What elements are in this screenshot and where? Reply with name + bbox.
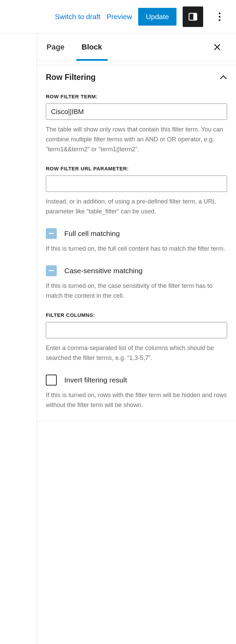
toggle-label: Case-sensitive matching bbox=[64, 267, 143, 275]
switch-to-draft-link[interactable]: Switch to draft bbox=[55, 13, 101, 21]
svg-rect-2 bbox=[194, 13, 197, 20]
full-cell-matching-field: Full cell matching If this is turned on,… bbox=[46, 228, 227, 254]
close-sidebar-button[interactable] bbox=[213, 43, 227, 51]
row-filter-url-param-input[interactable] bbox=[46, 176, 227, 192]
invert-filtering-checkbox[interactable] bbox=[46, 375, 57, 386]
svg-point-5 bbox=[219, 19, 221, 21]
kebab-icon bbox=[219, 12, 221, 22]
toggle-label: Full cell matching bbox=[64, 229, 120, 238]
helper-text: If this is turned on, rows with the filt… bbox=[46, 390, 227, 410]
row-filter-term-field: ROW FILTER TERM: The table will show onl… bbox=[46, 94, 227, 154]
update-button[interactable]: Update bbox=[138, 8, 176, 26]
field-label: FILTER COLUMNS: bbox=[46, 312, 227, 318]
full-cell-matching-toggle[interactable] bbox=[46, 228, 57, 239]
invert-filtering-field: Invert filtering result If this is turne… bbox=[46, 375, 227, 410]
chevron-up-icon bbox=[220, 75, 227, 80]
preview-link[interactable]: Preview bbox=[107, 13, 132, 21]
field-label: ROW FILTER URL PARAMETER: bbox=[46, 166, 227, 171]
panel-right-icon bbox=[188, 12, 198, 22]
close-icon bbox=[213, 43, 221, 51]
canvas-gutter bbox=[0, 33, 37, 644]
row-filter-term-input[interactable] bbox=[46, 103, 227, 120]
filter-columns-input[interactable] bbox=[46, 322, 227, 338]
filter-columns-field: FILTER COLUMNS: Enter a comma-separated … bbox=[46, 312, 227, 363]
helper-text: Enter a comma-separated list of the colu… bbox=[46, 343, 227, 363]
more-options-button[interactable] bbox=[209, 6, 230, 27]
case-sensitive-matching-field: Case-sensitive matching If this is turne… bbox=[46, 265, 227, 301]
toggle-label: Invert filtering result bbox=[64, 376, 127, 384]
sidebar-tabs: Page Block bbox=[37, 33, 236, 61]
row-filtering-panel: Row Filtering ROW FILTER TERM: The table… bbox=[37, 65, 236, 421]
editor-topbar: Switch to draft Preview Update bbox=[0, 0, 236, 33]
row-filtering-header[interactable]: Row Filtering bbox=[46, 73, 227, 82]
field-label: ROW FILTER TERM: bbox=[46, 94, 227, 99]
case-sensitive-matching-toggle[interactable] bbox=[46, 265, 57, 276]
section-title: Row Filtering bbox=[46, 73, 96, 82]
tab-block[interactable]: Block bbox=[78, 33, 106, 61]
svg-point-4 bbox=[219, 16, 221, 17]
helper-text: The table will show only rows that conta… bbox=[46, 125, 227, 154]
main-area: Page Block Row Filtering ROW F bbox=[0, 33, 236, 644]
helper-text: If this is turned on, the case sensitivi… bbox=[46, 281, 227, 301]
svg-point-3 bbox=[219, 12, 221, 14]
helper-text: Instead, or in addition, of using a pre-… bbox=[46, 197, 227, 216]
settings-sidebar: Page Block Row Filtering ROW F bbox=[37, 33, 236, 644]
row-filter-url-param-field: ROW FILTER URL PARAMETER: Instead, or in… bbox=[46, 166, 227, 216]
tab-page[interactable]: Page bbox=[43, 33, 68, 61]
helper-text: If this is turned on, the full cell cont… bbox=[46, 244, 227, 254]
sidebar-toggle-button[interactable] bbox=[183, 6, 203, 27]
